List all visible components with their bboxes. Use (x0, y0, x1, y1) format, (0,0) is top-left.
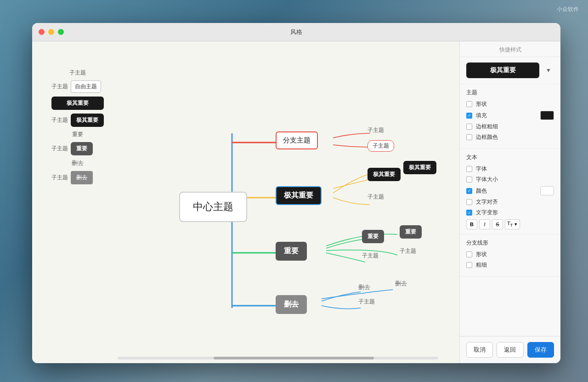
dropdown-arrow-icon[interactable]: ▼ (543, 65, 554, 76)
right-panel: 快捷样式 极其重要 ▼ 主题 形状 ✓ 填充 边框粗细 (459, 41, 560, 363)
shape-checkbox[interactable] (466, 101, 472, 107)
titlebar: 风格 (32, 23, 560, 41)
leaf-node[interactable]: 删去 (395, 279, 407, 288)
border-width-option-row: 边框粗细 (466, 123, 554, 131)
text-align-checkbox[interactable] (466, 199, 472, 205)
left-preview-node: 子主题 (51, 83, 68, 91)
left-preview-node: 子主题 (51, 116, 68, 124)
branch-shape-checkbox[interactable] (466, 251, 472, 257)
left-preview-node: 删去 (51, 159, 104, 167)
shape-option-row: 形状 (466, 100, 554, 108)
leaf-node[interactable]: 子主题 (368, 140, 394, 152)
border-color-option-row: 边框颜色 (466, 133, 554, 141)
left-preview-node: 删去 (71, 171, 93, 184)
panel-header: 快捷样式 (460, 41, 560, 57)
left-preview-node: 重要 (51, 131, 104, 138)
left-preview-node: 子主题 (51, 174, 68, 182)
maximize-button[interactable] (58, 29, 64, 35)
italic-button[interactable]: I (479, 219, 490, 229)
traffic-lights (39, 29, 64, 35)
leaf-node[interactable]: 子主题 (400, 247, 416, 255)
leaf-node[interactable]: 子主题 (368, 126, 384, 134)
text-section: 文本 字体 字体大小 ✓ 颜色 文字对齐 (460, 149, 560, 234)
close-button[interactable] (39, 29, 45, 35)
font-size-checkbox[interactable] (466, 177, 472, 182)
window-title: 风格 (290, 28, 302, 36)
branch-node-yellow[interactable]: 极其重要 (276, 186, 322, 205)
watermark: 小众软件 (557, 6, 579, 13)
leaf-node[interactable]: 极其重要 (368, 168, 401, 181)
center-node[interactable]: 中心主题 (179, 192, 247, 222)
leaf-node[interactable]: 子主题 (368, 193, 384, 201)
color-swatch[interactable] (540, 186, 554, 195)
font-checkbox[interactable] (466, 166, 472, 172)
left-preview-node: 极其重要 (51, 97, 104, 110)
leaf-node[interactable]: 子主题 (362, 252, 379, 260)
quick-style-row: 极其重要 ▼ (460, 57, 560, 84)
leaf-node[interactable]: 重要 (400, 225, 422, 239)
left-preview-node: 极其重要 (71, 114, 104, 127)
window-body: 中心主题 分支主题 子主题 子主题 极其重要 极其重要 子主题 极其重要 重要 … (32, 41, 560, 363)
text-transform-label: 文字变形 (476, 209, 554, 217)
text-format-row: B I S TT ▼ (466, 219, 554, 229)
text-transform-option-row: ✓ 文字变形 (466, 209, 554, 217)
mindmap-area[interactable]: 中心主题 分支主题 子主题 子主题 极其重要 极其重要 子主题 极其重要 重要 … (32, 41, 459, 363)
font-size-option-row: 字体大小 (466, 176, 554, 183)
leaf-node[interactable]: 重要 (362, 230, 384, 243)
leaf-node[interactable]: 删去 (358, 283, 370, 291)
save-button[interactable]: 保存 (527, 342, 554, 358)
panel-footer: 取消 返回 保存 (460, 336, 560, 363)
quick-style-button[interactable]: 极其重要 (466, 63, 539, 78)
left-preview-node: 子主题 (51, 145, 68, 153)
branch-width-label: 粗细 (476, 261, 554, 269)
border-color-label: 边框颜色 (476, 133, 554, 141)
font-size-label: 字体大小 (476, 176, 554, 183)
branch-shape-option-row: 形状 (466, 251, 554, 258)
fill-checkbox[interactable]: ✓ (466, 113, 472, 119)
fill-label: 填充 (476, 112, 537, 120)
text-style-dropdown[interactable]: TT ▼ (505, 219, 520, 229)
left-preview-node: 自由主题 (71, 80, 101, 93)
text-align-label: 文字对齐 (476, 198, 554, 206)
scrollbar-thumb[interactable] (214, 357, 374, 359)
color-checkbox[interactable]: ✓ (466, 188, 472, 194)
branch-node-blue[interactable]: 删去 (276, 295, 307, 314)
bold-button[interactable]: B (466, 219, 477, 229)
branch-section-title: 分支线形 (466, 239, 554, 247)
border-width-label: 边框粗细 (476, 123, 554, 131)
branch-shape-label: 形状 (476, 251, 554, 258)
theme-section: 主题 形状 ✓ 填充 边框粗细 边框颜色 (460, 84, 560, 149)
font-label: 字体 (476, 165, 554, 173)
text-align-option-row: 文字对齐 (466, 198, 554, 206)
font-option-row: 字体 (466, 165, 554, 173)
back-button[interactable]: 返回 (497, 342, 523, 358)
color-label: 颜色 (476, 187, 537, 195)
fill-option-row: ✓ 填充 (466, 111, 554, 120)
cancel-button[interactable]: 取消 (466, 342, 493, 358)
text-transform-checkbox[interactable]: ✓ (466, 210, 472, 216)
strikethrough-button[interactable]: S (492, 219, 503, 229)
border-color-checkbox[interactable] (466, 134, 472, 140)
theme-section-title: 主题 (466, 89, 554, 97)
leaf-node[interactable]: 极其重要 (403, 161, 436, 174)
color-option-row: ✓ 颜色 (466, 186, 554, 195)
minimize-button[interactable] (48, 29, 54, 35)
leaf-node[interactable]: 子主题 (358, 298, 375, 306)
app-window: 风格 (32, 23, 560, 363)
left-preview-node: 子主题 (51, 69, 104, 77)
fill-color-swatch[interactable] (540, 111, 554, 120)
left-preview-node: 重要 (71, 142, 93, 155)
branch-width-checkbox[interactable] (466, 262, 472, 268)
branch-node-red[interactable]: 分支主题 (276, 131, 318, 149)
horizontal-scrollbar[interactable] (118, 357, 438, 359)
branch-section: 分支线形 形状 粗细 (460, 234, 560, 277)
text-section-title: 文本 (466, 154, 554, 161)
branch-width-option-row: 粗细 (466, 261, 554, 269)
border-width-checkbox[interactable] (466, 124, 472, 130)
shape-label: 形状 (476, 100, 554, 108)
branch-node-green[interactable]: 重要 (276, 242, 307, 261)
